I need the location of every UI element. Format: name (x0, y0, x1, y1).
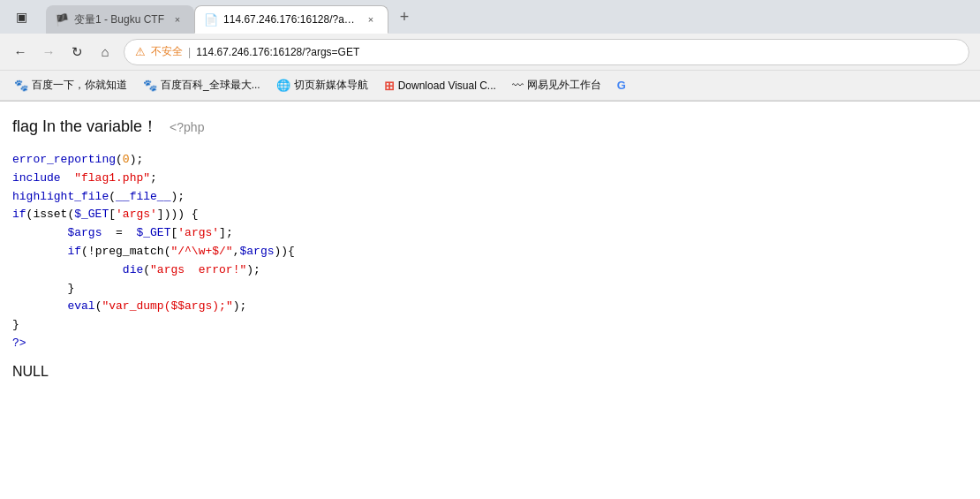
security-warning-icon: ⚠ (135, 45, 146, 58)
bookmark-media-label: 切页新媒体导航 (294, 78, 368, 93)
forward-button[interactable]: → (35, 39, 62, 65)
code-line-1: error_reporting (12, 153, 116, 166)
bookmark-netease-label: 网易见外工作台 (527, 78, 601, 93)
bookmark-visual-icon: ⊞ (384, 79, 395, 93)
bookmarks-bar: 🐾 百度一下，你就知道 🐾 百度百科_全球最大... 🌐 切页新媒体导航 ⊞ D… (0, 71, 980, 101)
code-indent3 (12, 263, 123, 276)
code-space (61, 171, 75, 185)
code-bracket: [ (109, 208, 116, 221)
code-isset: (isset( (26, 208, 75, 221)
bookmark-baidu-icon: 🐾 (14, 79, 28, 92)
code-paren-2: ( (109, 190, 116, 203)
home-button[interactable]: ⌂ (92, 39, 118, 65)
code-indent2 (12, 245, 67, 258)
code-paren-close-2: ); (170, 190, 185, 203)
code-preg: (!preg_match( (81, 245, 170, 258)
navigation-bar: ← → ↻ ⌂ ⚠ 不安全 | 114.67.246.176:16128/?ar… (0, 34, 980, 71)
tab-bugku[interactable]: 🏴 变量1 - Bugku CTF × (46, 5, 194, 34)
code-assign: = (102, 226, 136, 239)
bookmark-baidu-label: 百度一下，你就知道 (32, 78, 127, 93)
code-args-key: 'args' (116, 208, 157, 221)
code-indent4: } (12, 282, 74, 295)
code-args-key2: 'args' (177, 226, 219, 239)
tab1-close-button[interactable]: × (170, 11, 185, 27)
refresh-button[interactable]: ↻ (64, 39, 90, 65)
url-separator: | (188, 46, 191, 58)
php-open-tag: <?php (170, 120, 204, 134)
code-file: __file__ (116, 190, 170, 203)
code-highlight: highlight_file (12, 190, 109, 203)
code-php-close: ?> (12, 336, 26, 350)
code-get: $_GET (74, 208, 109, 221)
code-die: die (123, 263, 143, 276)
code-args-var2: $args (239, 245, 274, 258)
code-indent5 (12, 299, 67, 313)
tab-active[interactable]: 📄 114.67.246.176:16128/?args=GE × (194, 5, 388, 34)
bookmark-baike-label: 百度百科_全球最大... (161, 78, 260, 93)
tab-bar: ▣ 🏴 变量1 - Bugku CTF × 📄 114.67.246.176:1… (0, 0, 980, 34)
bookmark-media-icon: 🌐 (276, 79, 290, 92)
address-bar[interactable]: ⚠ 不安全 | 114.67.246.176:16128/?args=GET (124, 39, 969, 65)
code-die-msg: "args error!" (150, 263, 246, 276)
back-button[interactable]: ← (7, 39, 34, 65)
bookmark-media[interactable]: 🌐 切页新媒体导航 (269, 75, 375, 95)
tab2-close-button[interactable]: × (363, 11, 379, 27)
code-paren-close-1: ); (130, 153, 144, 166)
code-get2: $_GET (136, 226, 170, 239)
bookmark-baike[interactable]: 🐾 百度百科_全球最大... (136, 75, 268, 95)
code-eval-str: "var_dump($$args);" (102, 299, 232, 313)
browser-chrome: ▣ 🏴 变量1 - Bugku CTF × 📄 114.67.246.176:1… (0, 0, 980, 102)
tab2-favicon: 📄 (204, 13, 218, 26)
code-paren-1: ( (116, 153, 123, 166)
tab1-title: 变量1 - Bugku CTF (74, 12, 164, 27)
code-close-brace: } (12, 318, 19, 331)
bookmark-baidu[interactable]: 🐾 百度一下，你就知道 (7, 75, 134, 95)
bookmark-baike-icon: 🐾 (143, 79, 157, 92)
insecure-label: 不安全 (151, 44, 183, 59)
code-indent1 (12, 226, 67, 239)
code-die-close: ); (246, 263, 260, 276)
bookmark-netease[interactable]: 〰 网易见外工作台 (505, 75, 608, 95)
code-include: include (12, 171, 61, 185)
code-eval-close: ); (233, 299, 247, 313)
url-display: 114.67.246.176:16128/?args=GET (196, 46, 359, 58)
code-block: error_reporting(0); include "flag1.php";… (12, 151, 968, 353)
page-title: flag In the variable！ <?php (12, 116, 968, 137)
tab1-favicon: 🏴 (55, 13, 69, 26)
code-zero: 0 (123, 153, 130, 166)
code-bracket-close: ]))) { (157, 208, 199, 221)
bookmark-g[interactable]: G (610, 76, 633, 95)
code-bracket-close2: ]; (219, 226, 233, 239)
code-flag1: "flag1.php" (74, 171, 150, 185)
page-content: flag In the variable！ <?php error_report… (0, 102, 980, 455)
code-preg-close: )){ (275, 245, 295, 258)
tab2-title: 114.67.246.176:16128/?args=GE (223, 13, 358, 26)
code-eval: eval (67, 299, 94, 313)
page-title-text: flag In the variable！ (12, 117, 158, 135)
bookmark-visual-label: Download Visual C... (398, 79, 496, 92)
sidebar-toggle-button[interactable]: ▣ (7, 3, 35, 31)
code-die-paren: ( (143, 263, 150, 276)
bookmark-g-icon: G (617, 79, 626, 92)
code-if: if (12, 208, 26, 221)
code-regex: "/^\w+$/" (170, 245, 232, 258)
null-output: NULL (12, 364, 968, 380)
code-semi-1: ; (150, 171, 157, 185)
code-if2: if (67, 245, 81, 258)
code-args-var: $args (67, 226, 102, 239)
bookmark-visual[interactable]: ⊞ Download Visual C... (377, 76, 503, 95)
bookmark-netease-icon: 〰 (512, 79, 524, 92)
new-tab-button[interactable]: + (392, 4, 417, 29)
